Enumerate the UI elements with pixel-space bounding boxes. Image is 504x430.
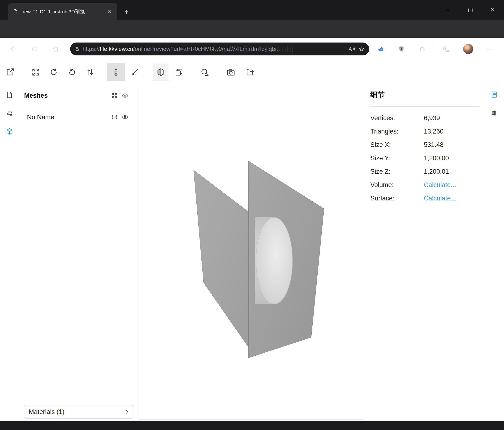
rotate-horizontal-icon bbox=[49, 68, 58, 77]
detail-row-vertices: Vertices: 6,939 bbox=[370, 111, 480, 125]
detail-label: Triangles: bbox=[370, 128, 424, 135]
divider bbox=[370, 106, 480, 107]
meshes-expand-button[interactable] bbox=[109, 90, 120, 101]
expand-icon bbox=[111, 92, 118, 99]
rail-details-button[interactable] bbox=[487, 88, 501, 101]
rail-file-button[interactable] bbox=[3, 88, 16, 102]
detail-row-size-x: Size X: 531.48 bbox=[370, 138, 480, 151]
cylinder-cap bbox=[256, 217, 292, 304]
detail-label: Volume: bbox=[370, 181, 424, 189]
draw-line-icon bbox=[131, 68, 140, 77]
calculate-surface-link[interactable]: Calculate... bbox=[424, 195, 456, 202]
maximize-icon bbox=[468, 8, 472, 12]
browser-tab[interactable]: new-F1-D1-1-first.obj3D预览 ✕ bbox=[8, 3, 117, 20]
file-icon bbox=[6, 91, 13, 99]
browser-titlebar: new-F1-D1-1-first.obj3D预览 ✕ + ✕ bbox=[0, 0, 504, 20]
wireframe-view-icon bbox=[174, 68, 183, 77]
bottom-dark-strip bbox=[0, 421, 504, 430]
viewer-toolbar bbox=[0, 63, 504, 81]
measure-icon bbox=[200, 68, 209, 77]
divider bbox=[24, 106, 135, 106]
rail-settings-button[interactable] bbox=[487, 106, 501, 120]
browser-window: new-F1-D1-1-first.obj3D预览 ✕ + ✕ bbox=[0, 0, 504, 430]
minimize-icon bbox=[446, 10, 450, 10]
mesh-expand-button[interactable] bbox=[109, 112, 120, 122]
detail-row-surface: Surface: Calculate... bbox=[370, 192, 480, 205]
detail-value: 1,200.00 bbox=[424, 155, 449, 162]
meshes-panel-header: Meshes bbox=[24, 89, 135, 102]
browser-navbar: https://file.kkview.cn/onlinePreview?url… bbox=[0, 20, 504, 38]
calculate-volume-link[interactable]: Calculate... bbox=[424, 181, 456, 189]
wireframe-view-button[interactable] bbox=[171, 63, 187, 81]
details-rows: Vertices: 6,939 Triangles: 13,260 Size X… bbox=[370, 111, 480, 205]
detail-row-size-y: Size Y: 1,200.00 bbox=[370, 151, 480, 165]
meshes-panel-title: Meshes bbox=[24, 92, 109, 99]
materials-icon bbox=[6, 109, 13, 117]
mesh-visibility-button[interactable] bbox=[120, 112, 130, 122]
detail-label: Surface: bbox=[370, 195, 424, 202]
rail-materials-button[interactable] bbox=[3, 107, 16, 120]
export-button[interactable] bbox=[242, 63, 258, 81]
window-maximize-button[interactable] bbox=[465, 5, 476, 15]
open-file-icon bbox=[6, 68, 15, 77]
draw-line-button[interactable] bbox=[127, 63, 143, 81]
open-file-button[interactable] bbox=[2, 63, 18, 81]
eye-icon bbox=[121, 92, 129, 99]
model-render bbox=[139, 86, 364, 419]
pan-vertical-icon bbox=[111, 68, 120, 77]
details-list-icon bbox=[490, 91, 498, 98]
detail-value: 13,260 bbox=[424, 128, 444, 135]
toolbar-divider bbox=[23, 65, 23, 79]
rotate-horizontal-button[interactable] bbox=[46, 63, 61, 81]
mesh-list-item[interactable]: No Name bbox=[24, 110, 135, 124]
camera-icon bbox=[226, 68, 235, 77]
gear-icon bbox=[490, 109, 498, 117]
model-viewport[interactable] bbox=[139, 86, 364, 420]
detail-value: 6,939 bbox=[424, 114, 440, 122]
page-favicon-icon bbox=[12, 9, 18, 15]
detail-label: Size Z: bbox=[370, 168, 424, 175]
tab-close-icon[interactable]: ✕ bbox=[106, 8, 114, 16]
flip-vertical-icon bbox=[86, 68, 95, 77]
detail-value: 1,200.01 bbox=[424, 168, 449, 175]
fullscreen-icon bbox=[31, 68, 40, 77]
rotate-vertical-icon bbox=[68, 68, 77, 77]
window-minimize-button[interactable] bbox=[443, 5, 453, 15]
detail-row-size-z: Size Z: 1,200.01 bbox=[370, 165, 480, 178]
mesh-name: No Name bbox=[27, 113, 109, 121]
detail-label: Size X: bbox=[370, 141, 424, 149]
divider bbox=[24, 400, 135, 400]
shaded-view-icon bbox=[156, 68, 165, 77]
materials-button[interactable]: Materials (1) bbox=[24, 405, 133, 419]
measure-button[interactable] bbox=[197, 63, 212, 81]
expand-icon bbox=[111, 114, 118, 120]
screenshot-button[interactable] bbox=[223, 63, 238, 81]
detail-value: 531.48 bbox=[424, 141, 444, 149]
model-cube-icon bbox=[6, 128, 13, 135]
new-tab-button[interactable]: + bbox=[121, 6, 132, 17]
tab-title: new-F1-D1-1-first.obj3D预览 bbox=[21, 8, 102, 15]
fullscreen-button[interactable] bbox=[28, 63, 44, 81]
details-panel-title: 细节 bbox=[370, 90, 385, 100]
rotate-vertical-button[interactable] bbox=[64, 63, 80, 81]
detail-label: Size Y: bbox=[370, 155, 424, 162]
plane-left bbox=[194, 170, 255, 356]
window-close-button[interactable]: ✕ bbox=[487, 5, 498, 15]
page-title: new-F1-D1-1-first.obj bbox=[0, 44, 504, 55]
eye-icon bbox=[122, 114, 128, 120]
meshes-visibility-button[interactable] bbox=[120, 90, 130, 101]
detail-row-triangles: Triangles: 13,260 bbox=[370, 125, 480, 138]
shaded-view-button[interactable] bbox=[153, 63, 169, 81]
export-icon bbox=[245, 68, 254, 77]
pan-vertical-button[interactable] bbox=[107, 63, 125, 81]
materials-button-label: Materials (1) bbox=[29, 408, 124, 416]
flip-vertical-button[interactable] bbox=[82, 63, 98, 81]
chevron-right-icon bbox=[124, 409, 130, 415]
detail-row-volume: Volume: Calculate... bbox=[370, 178, 480, 192]
rail-model-button[interactable] bbox=[3, 125, 16, 138]
detail-label: Vertices: bbox=[370, 114, 424, 122]
